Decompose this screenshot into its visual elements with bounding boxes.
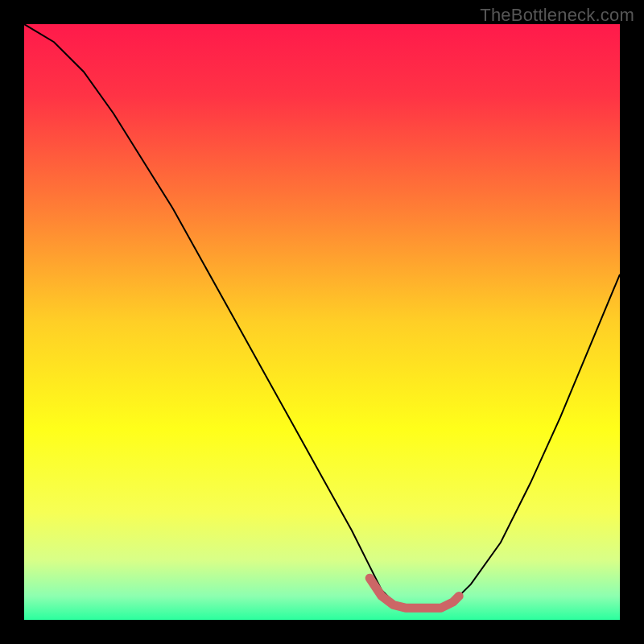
- watermark-text: TheBottleneck.com: [480, 5, 634, 26]
- chart-svg: [24, 24, 620, 620]
- plot-area: [24, 24, 620, 620]
- chart-container: TheBottleneck.com: [0, 0, 644, 644]
